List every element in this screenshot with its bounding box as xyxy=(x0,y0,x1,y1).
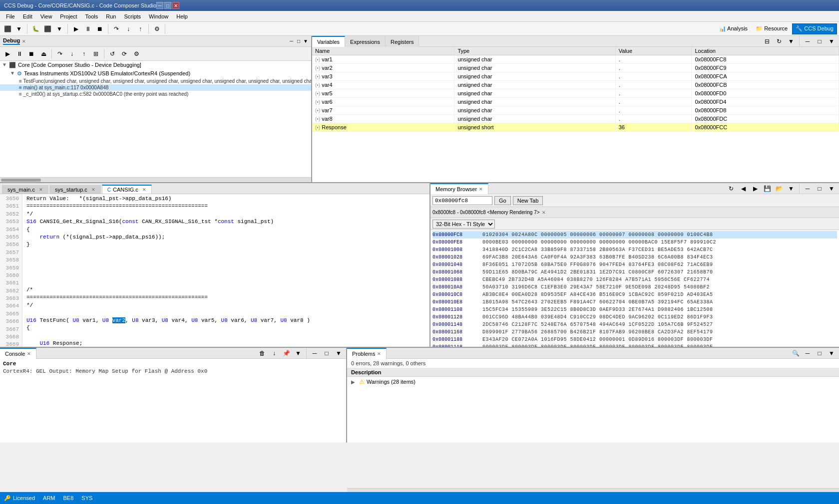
debug-minimize-icon[interactable]: ─ xyxy=(290,38,293,44)
memory-row[interactable]: 0x08001088 CBEBC49 2B732D4B A5A46084 038… xyxy=(432,276,837,283)
memory-new-tab-button[interactable]: New Tab xyxy=(513,196,543,205)
editor-tab-sysmain[interactable]: sys_main.c ✕ xyxy=(2,185,48,194)
menu-scripts[interactable]: Scripts xyxy=(120,12,145,20)
memory-row[interactable]: 0x08001148 2DC58746 C2128F7C 5248E76A 65… xyxy=(432,321,837,328)
toolbar-resource-btn[interactable]: 📁 Resource xyxy=(752,23,791,34)
console-pin-btn[interactable]: 📌 xyxy=(281,348,292,359)
console-scroll-btn[interactable]: ↓ xyxy=(269,348,280,359)
maximize-button[interactable]: □ xyxy=(164,2,171,9)
toolbar-step-over[interactable]: ↷ xyxy=(111,23,122,34)
mem-next-btn[interactable]: ▶ xyxy=(750,183,761,194)
memory-row[interactable]: 0x080010E8 1B015A98 547C2643 2702EEB5 F8… xyxy=(432,298,837,306)
debug-step-return-btn[interactable]: ↑ xyxy=(78,48,89,59)
debug-menu-icon[interactable]: ▼ xyxy=(303,38,308,44)
code-area[interactable]: Return Value: *(signal_pst->app_data_ps1… xyxy=(22,194,429,347)
memory-row[interactable]: 0x08001068 59D11E65 8D0BA79C AE4941D2 2B… xyxy=(432,268,837,276)
variables-tab[interactable]: Variables xyxy=(312,36,345,47)
toolbar-more-btn[interactable]: ⚙ xyxy=(151,23,162,34)
debug-device-item[interactable]: ▼ ⚙ Texas Instruments XDS100v2 USB Emula… xyxy=(0,69,311,78)
var-table-row[interactable]: (•) var6 unsigned char . 0x08000FD4 xyxy=(312,98,839,106)
problems-close-btn[interactable]: ▼ xyxy=(826,348,837,359)
memory-row[interactable]: 0x08001128 001CC96D 48BA44B0 039E48D4 C9… xyxy=(432,313,837,321)
debug-step-over-btn[interactable]: ↷ xyxy=(54,48,65,59)
memory-format-select[interactable]: 32-Bit Hex - TI Style xyxy=(432,220,495,229)
problems-maximize-btn[interactable]: □ xyxy=(814,348,825,359)
debug-stack-item-2[interactable]: ≡ _c_int00() at sys_startup.c:582 0x0000… xyxy=(0,91,311,97)
debug-resume-btn[interactable]: ▶ xyxy=(2,48,13,59)
var-collapse-all-btn[interactable]: ⊟ xyxy=(762,36,773,47)
debug-assembly-btn[interactable]: ⊞ xyxy=(90,48,101,59)
problems-filter-btn[interactable]: 🔍 xyxy=(790,348,801,359)
toolbar-btn-1[interactable]: ⬛ xyxy=(2,23,13,34)
var-table-row[interactable]: (•) var3 unsigned char . 0x08000FCA xyxy=(312,72,839,81)
expressions-tab[interactable]: Expressions xyxy=(345,36,386,47)
debug-reset-btn[interactable]: ⟳ xyxy=(119,48,130,59)
minimize-button[interactable]: ─ xyxy=(156,2,163,9)
memory-go-button[interactable]: Go xyxy=(494,196,511,205)
editor-tab-cansig[interactable]: C CANSIG.c ✕ xyxy=(102,185,152,194)
console-tab[interactable]: Console ✕ xyxy=(0,348,36,359)
memory-row[interactable]: 0x080011A8 000003DF 800003DF 800003DF 80… xyxy=(432,343,837,347)
close-button[interactable]: ✕ xyxy=(172,2,179,9)
console-maximize-btn[interactable]: □ xyxy=(321,348,332,359)
mem-minimize-btn[interactable]: ─ xyxy=(802,183,813,194)
debug-step-into-btn[interactable]: ↓ xyxy=(66,48,77,59)
memory-row[interactable]: 0x08001048 8F36E051 17072O5B 68BA75E0 FF… xyxy=(432,261,837,268)
debug-restart-btn[interactable]: ↺ xyxy=(107,48,118,59)
menu-project[interactable]: Project xyxy=(56,12,81,20)
var-table-row[interactable]: (•) var1 unsigned char . 0x08000FC8 xyxy=(312,55,839,64)
memory-row[interactable]: 0x08001168 D899901F 2779BA56 26885700 B4… xyxy=(432,328,837,336)
toolbar-suspend-btn[interactable]: ⏸ xyxy=(82,23,93,34)
memory-rendering-close[interactable]: ✕ xyxy=(542,210,546,215)
memory-row[interactable]: 0x08001028 69FAC3B8 20E643A6 CA0F0F4A 92… xyxy=(432,253,837,261)
var-table-row[interactable]: (•) var8 unsigned char . 0x08000FDC xyxy=(312,115,839,123)
var-refresh-btn[interactable]: ↻ xyxy=(774,36,785,47)
mem-refresh-btn[interactable]: ↻ xyxy=(726,183,737,194)
debug-stop-btn[interactable]: ⏹ xyxy=(26,48,37,59)
memory-row[interactable]: 0x080010C8 AB3BC8E4 00EA0D28 8D9535EF A8… xyxy=(432,291,837,298)
editor-tab-startup[interactable]: sys_startup.c ✕ xyxy=(49,185,101,194)
mem-maximize-btn[interactable]: □ xyxy=(814,183,825,194)
toolbar-ccs-debug-btn[interactable]: 🔧 CCS Debug xyxy=(792,23,837,34)
memory-address-input[interactable] xyxy=(432,196,492,205)
problems-warning-item[interactable]: ▶ ⚠ Warnings (28 items) xyxy=(347,377,839,387)
menu-window[interactable]: Window xyxy=(145,12,172,20)
debug-disconnect-btn[interactable]: ⏏ xyxy=(38,48,49,59)
toolbar-resume-btn[interactable]: ▶ xyxy=(70,23,81,34)
warning-arrow-icon[interactable]: ▶ xyxy=(351,379,355,385)
debug-root-arrow[interactable]: ▼ xyxy=(2,62,7,67)
debug-scrollbar-thumb[interactable] xyxy=(1,179,41,182)
mem-close-btn[interactable]: ▼ xyxy=(826,183,837,194)
memory-row[interactable]: 0x08001008 3418840D 2C1C2CA8 33B859F8 87… xyxy=(432,246,837,253)
mem-menu-btn[interactable]: ▼ xyxy=(786,183,797,194)
editor-tab-startup-close[interactable]: ✕ xyxy=(91,187,95,192)
memory-row[interactable]: 0x08001188 E343AF20 CE072A0A 1016FD95 58… xyxy=(432,336,837,343)
memory-row[interactable]: 0x080010A8 50A03710 3196D6C8 C1EFB3E0 29… xyxy=(432,283,837,291)
debug-more-btn[interactable]: ⚙ xyxy=(131,48,142,59)
debug-stack-item-1[interactable]: ≡ main() at sys_main.c:117 0x0000A848 xyxy=(0,84,311,91)
var-table-row[interactable]: (•) var7 unsigned char . 0x08000FD8 xyxy=(312,106,839,115)
problems-minimize-btn[interactable]: ─ xyxy=(802,348,813,359)
var-table-row[interactable]: (•) Response unsigned short 36 0x08000FC… xyxy=(312,123,839,132)
editor-tab-cansig-close[interactable]: ✕ xyxy=(142,187,146,192)
problems-scrollbar[interactable] xyxy=(347,488,839,492)
debug-tab[interactable]: Debug xyxy=(3,37,20,45)
var-table-row[interactable]: (•) var5 unsigned char . 0x08000FD0 xyxy=(312,89,839,98)
console-close-btn[interactable]: ▼ xyxy=(333,348,344,359)
toolbar-step-into[interactable]: ↓ xyxy=(123,23,134,34)
menu-view[interactable]: View xyxy=(36,12,56,20)
mem-save-btn[interactable]: 💾 xyxy=(762,183,773,194)
toolbar-debug-btn[interactable]: 🐛 xyxy=(30,23,41,34)
debug-suspend-btn[interactable]: ⏸ xyxy=(14,48,25,59)
menu-file[interactable]: File xyxy=(2,12,19,20)
memory-browser-tab-close[interactable]: ✕ xyxy=(479,187,483,192)
toolbar-stop-btn[interactable]: ⏹ xyxy=(94,23,105,34)
debug-maximize-icon[interactable]: □ xyxy=(297,38,300,44)
var-close-btn[interactable]: ▼ xyxy=(826,36,837,47)
toolbar-analysis-btn[interactable]: 📊 Analysis xyxy=(716,23,751,34)
debug-scrollbar[interactable] xyxy=(0,177,311,182)
debug-root-item[interactable]: ▼ ⬛ Core [Code Composer Studio - Device … xyxy=(0,61,311,69)
memory-browser-tab[interactable]: Memory Browser ✕ xyxy=(430,183,488,194)
mem-load-btn[interactable]: 📂 xyxy=(774,183,785,194)
console-tab-close[interactable]: ✕ xyxy=(27,351,31,356)
